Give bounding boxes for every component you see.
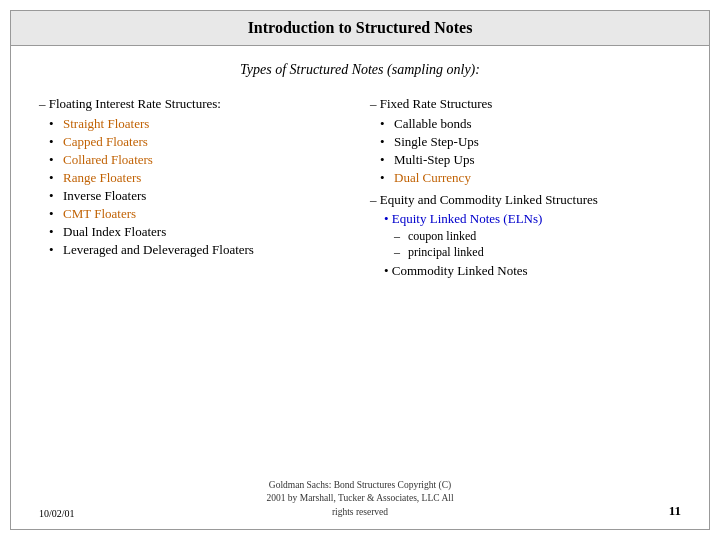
list-item: Dual Currency [380, 170, 681, 186]
slide-title: Introduction to Structured Notes [11, 11, 709, 46]
right-bullet-list: Callable bonds Single Step-Ups Multi-Ste… [370, 116, 681, 186]
equity-section: – Equity and Commodity Linked Structures… [370, 192, 681, 279]
main-columns: – Floating Interest Rate Structures: Str… [39, 96, 681, 475]
list-item: CMT Floaters [49, 206, 350, 222]
list-item: Capped Floaters [49, 134, 350, 150]
content-area: Types of Structured Notes (sampling only… [11, 46, 709, 529]
list-item: Dual Index Floaters [49, 224, 350, 240]
left-column: – Floating Interest Rate Structures: Str… [39, 96, 360, 475]
list-item: Straight Floaters [49, 116, 350, 132]
list-item: Multi-Step Ups [380, 152, 681, 168]
list-item: Callable bonds [380, 116, 681, 132]
footer-page-number: 11 [621, 503, 681, 519]
equity-header: – Equity and Commodity Linked Structures [370, 192, 681, 208]
list-item: coupon linked [394, 229, 681, 244]
footer-date: 10/02/01 [39, 508, 99, 519]
list-item: Range Floaters [49, 170, 350, 186]
equity-sub-header: • Equity Linked Notes (ELNs) [370, 211, 681, 227]
list-item: Inverse Floaters [49, 188, 350, 204]
equity-sub-list: coupon linked principal linked [370, 229, 681, 260]
title-text: Introduction to Structured Notes [248, 19, 473, 36]
footer-copyright: Goldman Sachs: Bond Structures Copyright… [99, 479, 621, 519]
right-column: – Fixed Rate Structures Callable bonds S… [360, 96, 681, 475]
list-item: principal linked [394, 245, 681, 260]
slide-container: Introduction to Structured Notes Types o… [10, 10, 710, 530]
left-bullet-list: Straight Floaters Capped Floaters Collar… [39, 116, 350, 258]
right-section-header: – Fixed Rate Structures [370, 96, 681, 112]
footer: 10/02/01 Goldman Sachs: Bond Structures … [39, 475, 681, 519]
list-item: Leveraged and Deleveraged Floaters [49, 242, 350, 258]
left-section-header: – Floating Interest Rate Structures: [39, 96, 350, 112]
list-item: Single Step-Ups [380, 134, 681, 150]
subtitle-text: Types of Structured Notes (sampling only… [39, 62, 681, 78]
list-item: Collared Floaters [49, 152, 350, 168]
commodity-item: • Commodity Linked Notes [370, 263, 681, 279]
